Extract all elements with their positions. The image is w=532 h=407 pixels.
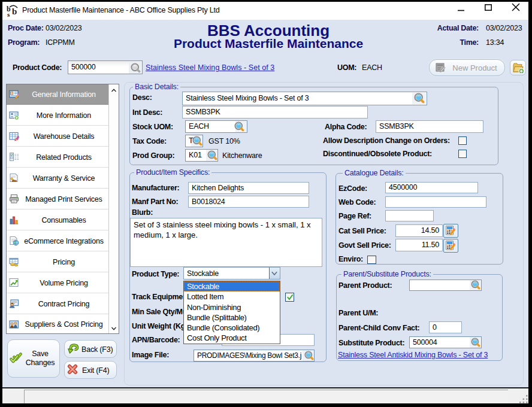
svg-text:s: s: [7, 11, 10, 17]
svg-text:b: b: [12, 7, 17, 16]
